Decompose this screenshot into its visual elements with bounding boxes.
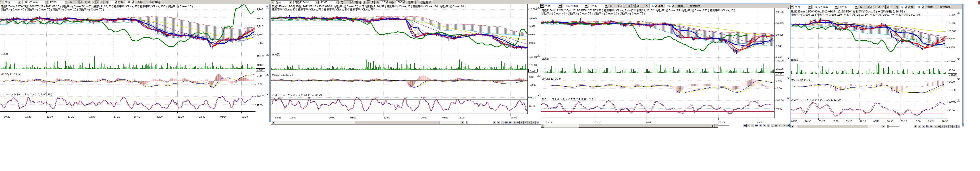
- svg-text:20:00: 20:00: [421, 116, 427, 119]
- svg-text:16:30: 16:30: [915, 120, 921, 123]
- svg-text:03/23: 03/23: [442, 116, 449, 119]
- svg-text:40.00: 40.00: [257, 64, 263, 66]
- svg-text:9,965: 9,965: [257, 8, 263, 11]
- svg-text:移動平均( Close, 25 ) 移動平均( Close: 移動平均( Close, 25 ) 移動平均( Close, 150 ) 移動平…: [791, 13, 920, 16]
- svg-text:MACD( 12, 26, 9 ): MACD( 12, 26, 9 ): [541, 78, 562, 80]
- svg-text:出来高: 出来高: [1, 52, 8, 55]
- svg-text:MACD( 12, 26, 9 ): MACD( 12, 26, 9 ): [272, 73, 293, 76]
- svg-text:03/20: 03/20: [595, 121, 601, 124]
- svg-text:9,945: 9,945: [529, 33, 536, 36]
- svg-text:9,900: 9,900: [529, 42, 536, 44]
- svg-text:スロー・ストキャスティクス( 14, 3, 80, 20 ): スロー・ストキャスティクス( 14, 3, 80, 20 ): [791, 98, 842, 101]
- svg-text:10,005: 10,005: [948, 30, 956, 33]
- svg-text:14:40: 14:40: [89, 116, 95, 118]
- svg-text:-12.50: -12.50: [948, 89, 955, 91]
- svg-text:× 100: × 100: [530, 70, 536, 72]
- svg-text:× 100: × 100: [776, 73, 782, 76]
- svg-text:35.00: 35.00: [529, 104, 536, 107]
- svg-text:13:20: 13:20: [68, 116, 74, 118]
- svg-text:10,035: 10,035: [529, 16, 537, 19]
- svg-text:移動平均( Close, 40 ) 移動平均( Close: 移動平均( Close, 40 ) 移動平均( Close, 75 ) 移動平均…: [541, 12, 644, 15]
- svg-text:01:20: 01:20: [242, 116, 248, 118]
- svg-text:250.00: 250.00: [776, 68, 784, 70]
- svg-text:105.00: 105.00: [948, 60, 956, 63]
- svg-text:MACD( 12, 26, 9 ): MACD( 12, 26, 9 ): [1, 73, 21, 76]
- svg-text:9,990: 9,990: [529, 25, 536, 28]
- svg-text:20:00: 20:00: [156, 116, 163, 118]
- svg-text:スロー・ストキャスティクス( 14, 3, 80, 20 ): スロー・ストキャスティクス( 14, 3, 80, 20 ): [272, 93, 323, 96]
- svg-text:175.00: 175.00: [529, 64, 537, 66]
- svg-text:10,080: 10,080: [529, 8, 537, 11]
- svg-text:03/22: 03/22: [646, 121, 653, 124]
- svg-text:03/17: 03/17: [546, 121, 552, 124]
- svg-text:スロー・ストキャスティクス( 14, 3, 80, 20 ): スロー・ストキャスティクス( 14, 3, 80, 20 ): [541, 98, 593, 100]
- svg-text:12:00: 12:00: [290, 116, 296, 119]
- svg-text:22:40: 22:40: [199, 116, 205, 118]
- svg-text:03/24: 03/24: [220, 116, 226, 118]
- svg-text:03/20: 03/20: [846, 120, 852, 123]
- svg-text:460.00: 460.00: [529, 55, 537, 59]
- svg-text:9,940: 9,940: [257, 16, 263, 19]
- svg-text:出来高: 出来高: [541, 57, 549, 60]
- svg-text:03/22: 03/22: [873, 120, 880, 123]
- svg-text:03/17: 03/17: [819, 120, 825, 123]
- svg-text:03/21: 03/21: [275, 116, 282, 119]
- svg-text:9,945: 9,945: [948, 37, 955, 40]
- svg-text:750.00: 750.00: [776, 59, 784, 62]
- svg-text:03/15: 03/15: [791, 120, 797, 123]
- svg-text:7.50: 7.50: [257, 74, 261, 77]
- svg-text:03/23: 03/23: [719, 121, 725, 124]
- svg-text:9,885: 9,885: [776, 56, 782, 59]
- svg-text:12:00: 12:00: [384, 116, 390, 119]
- svg-text:35.00: 35.00: [257, 103, 263, 106]
- svg-text:40.00: 40.00: [776, 107, 782, 110]
- svg-text:MACD( 12, 26, 9 ): MACD( 12, 26, 9 ): [791, 79, 811, 81]
- svg-text:21:20: 21:20: [178, 116, 184, 118]
- svg-text:95.00: 95.00: [529, 96, 536, 99]
- svg-text:35.00: 35.00: [948, 69, 955, 72]
- svg-text:-12.00: -12.00: [529, 84, 536, 86]
- svg-text:12:00: 12:00: [47, 116, 53, 118]
- svg-text:9,890: 9,890: [257, 33, 263, 36]
- svg-text:03/22: 03/22: [350, 116, 356, 119]
- svg-text:10,125: 10,125: [776, 11, 784, 13]
- svg-text:スロー・ストキャスティクス( 14, 3, 80, 20 ): スロー・ストキャスティクス( 14, 3, 80, 20 ): [1, 93, 52, 96]
- svg-text:12:00: 12:00: [458, 116, 465, 119]
- svg-text:9,885: 9,885: [948, 46, 955, 49]
- svg-text:14.00: 14.00: [948, 81, 955, 83]
- svg-text:18:40: 18:40: [134, 116, 140, 118]
- svg-text:-8.50: -8.50: [776, 87, 782, 90]
- svg-text:10,005: 10,005: [776, 33, 784, 36]
- svg-text:09:20: 09:20: [4, 116, 10, 118]
- svg-text:40.00: 40.00: [948, 109, 955, 112]
- svg-text:-5.50: -5.50: [257, 83, 262, 86]
- svg-text:10,125: 10,125: [948, 14, 956, 16]
- svg-text:16:30: 16:30: [832, 120, 838, 123]
- svg-text:17:20: 17:20: [114, 116, 120, 118]
- svg-text:16:30: 16:30: [805, 120, 811, 123]
- svg-text:100.00: 100.00: [257, 95, 264, 98]
- svg-text:10:40: 10:40: [25, 116, 32, 118]
- svg-text:03/24: 03/24: [757, 121, 763, 124]
- svg-text:移動平均( Close, 40 ) 移動平均( Close: 移動平均( Close, 40 ) 移動平均( Close, 75 ) 移動平均…: [272, 8, 375, 11]
- svg-text:日経225mini 12/06( 5分, 2012/03/2: 日経225mini 12/06( 5分, 2012/03/22 - 2012/0…: [0, 5, 193, 8]
- svg-text:日経225mini 12/06( 30分, 2012/03/: 日経225mini 12/06( 30分, 2012/03/15 - 2012/…: [541, 9, 735, 12]
- svg-text:18.00: 18.00: [776, 79, 782, 82]
- svg-text:125.00: 125.00: [257, 55, 264, 57]
- svg-text:03/24: 03/24: [928, 120, 934, 123]
- svg-text:20:00: 20:00: [329, 116, 335, 119]
- svg-text:移動平均( Close, 40 ) 移動平均( Close: 移動平均( Close, 40 ) 移動平均( Close, 75 ) 移動平均…: [0, 8, 104, 11]
- svg-text:10,065: 10,065: [776, 22, 784, 25]
- svg-text:10,065: 10,065: [948, 22, 956, 24]
- svg-text:100.00: 100.00: [948, 100, 956, 103]
- svg-text:16:30: 16:30: [887, 120, 893, 123]
- svg-text:16:30: 16:30: [860, 120, 866, 123]
- svg-text:9,945: 9,945: [776, 45, 782, 48]
- svg-text:9.00: 9.00: [529, 76, 534, 78]
- svg-text:9,915: 9,915: [257, 25, 263, 28]
- svg-text:03/23: 03/23: [901, 120, 907, 123]
- svg-text:100.00: 100.00: [776, 99, 784, 102]
- svg-text:日経225mini 12/06( 15分, 2012/03/: 日経225mini 12/06( 15分, 2012/03/15 - 2012/…: [272, 5, 465, 8]
- svg-text:× 1000: × 1000: [949, 74, 956, 77]
- svg-text:出来高: 出来高: [272, 53, 280, 56]
